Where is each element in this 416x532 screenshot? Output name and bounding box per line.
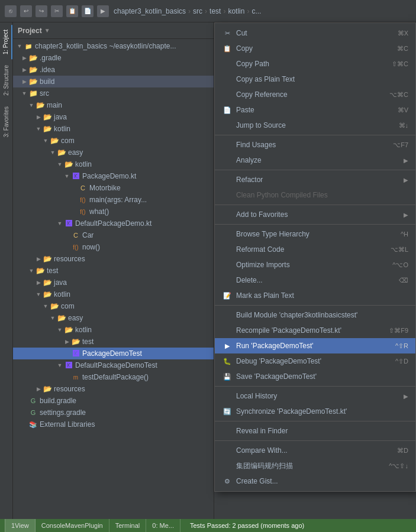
menu-shortcut: ⌥⌘C [389,91,408,99]
menu-shortcut: ⌫ [399,277,408,284]
menu-icon: 📋 [222,45,233,53]
menu-item-delete[interactable]: Delete...⌫ [215,273,415,288]
menu-item-save[interactable]: 💾Save 'PackageDemoTest' [215,369,415,384]
menu-item-reformat[interactable]: Reformat Code⌥⌘L [215,242,415,257]
menu-item-local_history[interactable]: Local History▶ [215,388,415,404]
menu-item-copy_ref[interactable]: Copy Reference⌥⌘C [215,87,415,102]
menu-item-compare_with[interactable]: Compare With...⌘D [215,443,415,458]
menu-item-label: Cut [236,29,247,37]
menu-separator [215,440,415,441]
menu-item-label: Mark as Plain Text [236,291,294,300]
menu-item-label: Reveal in Finder [236,427,288,435]
menu-item-create_gist[interactable]: ⚙Create Gist... [215,473,415,489]
menu-icon: 🐛 [222,358,233,365]
menu-icon: ⚙ [222,478,233,485]
menu-item-label: Recompile 'PackageDemoTest.kt' [236,326,341,335]
menu-item-refactor[interactable]: Refactor▶ [215,172,415,187]
menu-item-label: Run 'PackageDemoTest' [236,342,314,350]
menu-shortcut: ^⇧R [395,342,408,350]
context-menu-overlay: ✂Cut⌘X📋Copy⌘CCopy Path⇧⌘CCopy as Plain T… [0,0,416,532]
menu-item-label: Browse Type Hierarchy [236,230,309,238]
menu-item-label: Save 'PackageDemoTest' [236,372,317,381]
menu-item-reveal_finder[interactable]: Reveal in Finder [215,423,415,439]
menu-item-find_usages[interactable]: Find Usages⌥F7 [215,137,415,153]
menu-item-label: Refactor [236,176,263,184]
menu-item-label: Delete... [236,276,263,284]
menu-separator [215,224,415,225]
menu-shortcut: ⇧⌘F9 [389,327,408,335]
menu-shortcut: ⇧⌘C [392,60,408,68]
menu-icon: ▶ [222,342,233,350]
menu-item-recompile[interactable]: Recompile 'PackageDemoTest.kt'⇧⌘F9 [215,323,415,338]
menu-item-debug[interactable]: 🐛Debug 'PackageDemoTest'^⇧D [215,353,415,369]
menu-shortcut: ^⌥⇧↓ [389,462,408,470]
menu-item-label: Local History [236,392,277,400]
menu-item-run[interactable]: ▶Run 'PackageDemoTest'^⇧R [215,338,415,353]
menu-item-analyze[interactable]: Analyze▶ [215,153,415,168]
submenu-arrow: ▶ [404,212,408,218]
submenu-arrow: ▶ [404,177,408,183]
menu-shortcut: ⌘X [398,30,408,37]
menu-shortcut: ⌘D [397,447,408,455]
menu-item-label: Copy as Plain Text [236,75,295,83]
menu-icon: 🔄 [222,408,233,416]
menu-icon: 📄 [222,106,233,114]
menu-item-jump_source[interactable]: Jump to Source⌘↓ [215,118,415,133]
menu-item-label: Clean Python Compiled Files [236,191,328,199]
menu-item-paste[interactable]: 📄Paste⌘V [215,102,415,118]
menu-item-build_module[interactable]: Build Module 'chapter3kotlinbasicstest' [215,307,415,323]
menu-item-browse_hierarchy[interactable]: Browse Type Hierarchy^H [215,226,415,242]
menu-item-synchronize[interactable]: 🔄Synchronize 'PackageDemoTest.kt' [215,404,415,419]
menu-separator [215,386,415,387]
menu-item-label: Create Gist... [236,477,278,485]
submenu-arrow: ▶ [404,393,408,400]
menu-item-label: Copy [236,44,253,53]
menu-item-label: Copy Path [236,60,269,68]
menu-item-label: Reformat Code [236,245,284,254]
menu-item-cut[interactable]: ✂Cut⌘X [215,25,415,41]
menu-icon: ✂ [222,30,233,37]
context-menu: ✂Cut⌘X📋Copy⌘CCopy Path⇧⌘CCopy as Plain T… [214,22,416,492]
menu-shortcut: ^H [401,231,408,238]
menu-shortcut: ⌘↓ [399,122,409,129]
menu-item-label: Build Module 'chapter3kotlinbasicstest' [236,311,357,319]
menu-icon: 📝 [222,292,233,300]
menu-item-mark_plain[interactable]: 📝Mark as Plain Text [215,288,415,303]
menu-separator [215,421,415,421]
main-layout: 1: Project 2: Structure 3: Favorites Pro… [0,22,416,519]
menu-item-label: Add to Favorites [236,210,288,219]
submenu-arrow: ▶ [404,157,408,164]
menu-shortcut: ⌘V [398,106,408,114]
menu-item-label: Synchronize 'PackageDemoTest.kt' [236,407,347,416]
menu-item-add_favorites[interactable]: Add to Favorites▶ [215,207,415,222]
menu-shortcut: ^⇧D [395,358,408,365]
menu-item-clean_python: Clean Python Compiled Files [215,187,415,203]
menu-separator [215,205,415,205]
menu-shortcut: ⌥⌘L [391,246,408,254]
menu-separator [215,305,415,306]
menu-item-label: Compare With... [236,446,288,455]
menu-item-label: Optimize Imports [236,261,290,269]
menu-item-copy[interactable]: 📋Copy⌘C [215,41,415,56]
menu-shortcut: ⌘C [397,45,408,53]
menu-shortcut: ⌥F7 [393,141,408,149]
menu-item-label: Find Usages [236,141,276,149]
menu-item-label: Debug 'PackageDemoTest' [236,357,321,365]
menu-icon: 💾 [222,373,233,381]
menu-item-label: Analyze [236,156,262,164]
menu-item-label: 集团编码规约扫描 [236,461,293,471]
menu-item-label: Jump to Source [236,121,286,129]
menu-item-label: Copy Reference [236,90,288,99]
menu-separator [215,170,415,170]
menu-item-label: Paste [236,106,254,114]
menu-item-scan_code[interactable]: 集团编码规约扫描^⌥⇧↓ [215,458,415,473]
menu-item-optimize[interactable]: Optimize Imports^⌥O [215,257,415,273]
menu-shortcut: ^⌥O [392,261,408,269]
menu-item-copy_plain[interactable]: Copy as Plain Text [215,72,415,87]
menu-separator [215,135,415,135]
menu-item-copy_path[interactable]: Copy Path⇧⌘C [215,56,415,72]
